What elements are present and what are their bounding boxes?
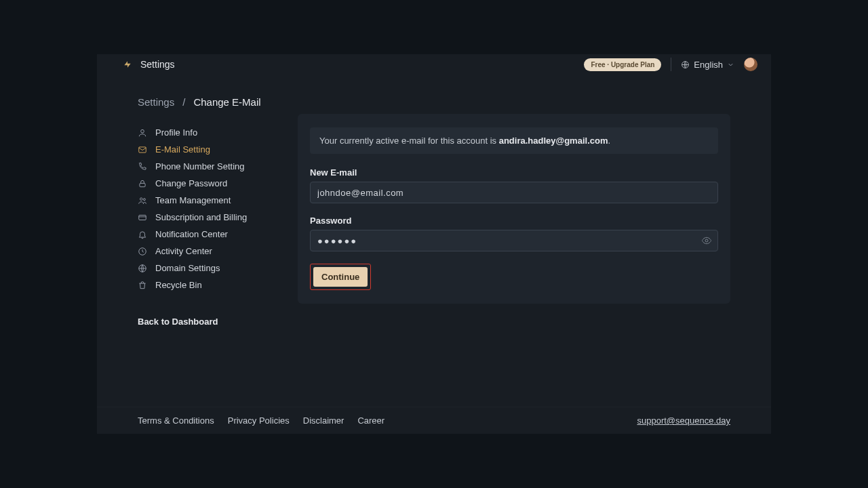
new-email-field: New E-mail [310,167,718,203]
users-icon [138,196,147,205]
activity-icon [138,247,147,256]
sidebar-item-subscription-billing[interactable]: Subscription and Billing [138,209,298,226]
chevron-down-icon [727,61,734,68]
sidebar-item-team-management[interactable]: Team Management [138,192,298,209]
sidebar-item-label: E-Mail Setting [155,144,210,155]
sidebar-item-change-password[interactable]: Change Password [138,175,298,192]
header-left: Settings [123,59,175,70]
sidebar-item-label: Change Password [155,178,227,188]
continue-highlight: Continue [310,264,371,290]
footer-link-disclaimer[interactable]: Disclaimer [303,415,344,426]
svg-point-9 [705,239,708,242]
new-email-input[interactable] [317,188,711,198]
support-email-link[interactable]: support@sequence.day [637,415,730,426]
back-to-dashboard-link[interactable]: Back to Dashboard [138,317,298,327]
left-column: Settings / Change E-Mail Profile Info E-… [138,96,298,407]
user-icon [138,128,147,138]
breadcrumb-current: Change E-Mail [193,96,260,108]
sidebar-item-label: Phone Number Setting [155,161,245,171]
svg-point-5 [143,198,145,200]
current-email-banner: Your currently active e-mail for this ac… [310,127,718,154]
sidebar-item-label: Profile Info [155,127,197,138]
new-email-label: New E-mail [310,167,718,178]
header: Settings Free · Upgrade Plan English [97,54,771,75]
sidebar-item-label: Subscription and Billing [155,212,247,222]
footer-link-terms[interactable]: Terms & Conditions [138,415,214,426]
sidebar-item-domain-settings[interactable]: Domain Settings [138,260,298,277]
banner-email: andira.hadley@gmail.com [499,136,608,146]
eye-icon[interactable] [701,235,712,246]
password-input-wrap[interactable]: ●●●●●● [310,230,718,251]
sidebar-item-label: Activity Center [155,246,212,256]
banner-prefix: Your currently active e-mail for this ac… [319,136,499,146]
bell-icon [138,230,147,239]
sidebar-item-label: Domain Settings [155,263,220,273]
lock-icon [138,179,147,188]
sidebar-item-label: Team Management [155,195,231,205]
body: Settings / Change E-Mail Profile Info E-… [97,75,771,407]
logo-icon [123,60,132,69]
breadcrumb: Settings / Change E-Mail [138,96,298,108]
phone-icon [138,162,147,171]
avatar[interactable] [744,58,757,71]
sidebar-item-phone-number[interactable]: Phone Number Setting [138,158,298,175]
password-field: Password ●●●●●● [310,216,718,251]
sidebar-item-activity-center[interactable]: Activity Center [138,243,298,260]
sidebar-item-email-setting[interactable]: E-Mail Setting [138,141,298,158]
svg-point-1 [141,129,144,133]
footer-link-privacy[interactable]: Privacy Policies [228,415,290,426]
app-shell: Settings Free · Upgrade Plan English Set… [97,54,771,434]
svg-point-4 [140,197,143,200]
password-label: Password [310,216,718,226]
sidebar-item-profile-info[interactable]: Profile Info [138,124,298,141]
globe-icon [138,264,147,273]
footer-link-career[interactable]: Career [357,415,384,426]
header-right: Free · Upgrade Plan English [584,58,757,71]
footer: Terms & Conditions Privacy Policies Disc… [97,407,771,434]
sidebar-item-label: Notification Center [155,229,228,239]
mail-icon [138,145,147,155]
svg-rect-2 [139,146,146,152]
language-selector[interactable]: English [681,60,734,70]
globe-icon [681,60,690,69]
breadcrumb-root[interactable]: Settings [138,96,174,108]
breadcrumb-sep: / [182,96,185,108]
language-label: English [694,60,723,70]
card-icon [138,213,147,222]
continue-button[interactable]: Continue [313,267,368,287]
sidebar-item-recycle-bin[interactable]: Recycle Bin [138,277,298,293]
footer-links: Terms & Conditions Privacy Policies Disc… [138,415,384,426]
trash-icon [138,281,147,290]
settings-nav: Profile Info E-Mail Setting Phone Number… [138,124,298,293]
upgrade-plan-pill[interactable]: Free · Upgrade Plan [584,58,661,71]
password-input[interactable]: ●●●●●● [317,236,357,246]
banner-suffix: . [608,136,610,146]
sidebar-item-notification-center[interactable]: Notification Center [138,226,298,243]
new-email-input-wrap[interactable] [310,182,718,203]
change-email-card: Your currently active e-mail for this ac… [298,114,730,304]
sidebar-item-label: Recycle Bin [155,280,202,290]
svg-rect-3 [140,183,145,186]
divider [671,58,671,71]
header-title: Settings [140,59,175,70]
svg-rect-6 [139,215,146,220]
